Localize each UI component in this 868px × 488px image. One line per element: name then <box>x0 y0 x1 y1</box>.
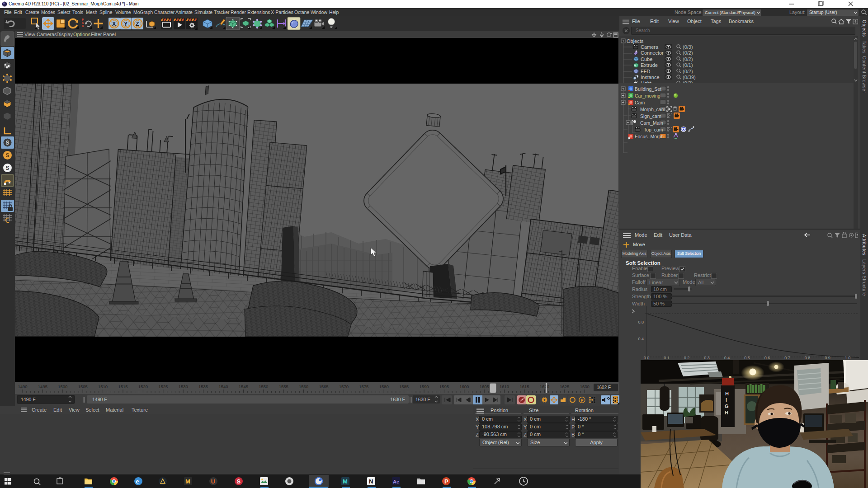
svg-text:S: S <box>82 21 84 24</box>
svg-text:R: R <box>82 24 84 28</box>
svg-text:P: P <box>82 18 84 21</box>
svg-text:H: H <box>725 391 729 396</box>
svg-text:Z: Z <box>136 21 139 27</box>
svg-text:X: X <box>112 21 116 27</box>
svg-text:Y: Y <box>124 21 128 27</box>
svg-text:S: S <box>6 165 9 171</box>
svg-text:H: H <box>725 410 728 415</box>
svg-text:G: G <box>725 404 729 409</box>
svg-text:S: S <box>6 152 9 159</box>
svg-text:I: I <box>726 397 727 403</box>
svg-text:S: S <box>6 140 9 146</box>
